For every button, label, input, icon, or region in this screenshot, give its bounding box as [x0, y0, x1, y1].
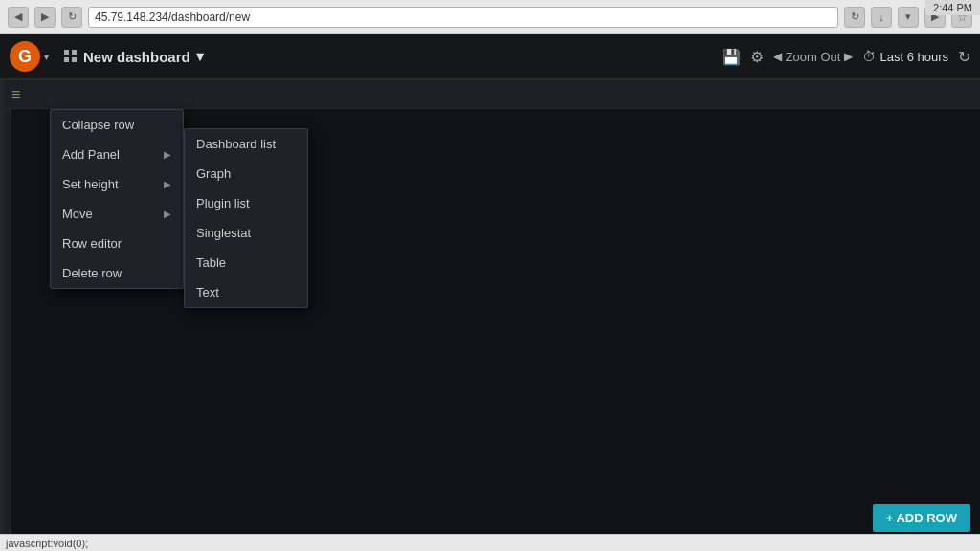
- time-range-label: Last 6 hours: [880, 50, 948, 64]
- menu-item-collapse-row[interactable]: Collapse row: [51, 110, 183, 140]
- refresh-button[interactable]: ↻: [958, 48, 970, 66]
- row-editor-label: Row editor: [62, 236, 122, 251]
- zoom-controls: ◀ Zoom Out ▶: [773, 50, 854, 64]
- add-row-button[interactable]: + ADD ROW: [873, 504, 970, 532]
- row-header: ≡: [4, 80, 980, 109]
- secondary-context-menu: Dashboard list Graph Plugin list Singles…: [184, 128, 308, 308]
- set-height-chevron: ▶: [164, 179, 171, 189]
- save-icon[interactable]: 💾: [722, 48, 741, 66]
- settings-icon[interactable]: ⚙: [750, 48, 764, 66]
- forward-button[interactable]: ▶: [34, 7, 56, 28]
- menu-item-row-editor[interactable]: Row editor: [51, 229, 183, 258]
- status-bar: javascript:void(0);: [0, 534, 980, 551]
- zoom-out-label[interactable]: Zoom Out: [786, 50, 841, 64]
- url-text: 45.79.148.234/dashboard/new: [95, 11, 250, 24]
- menu-item-delete-row[interactable]: Delete row: [51, 258, 183, 288]
- url-bar[interactable]: 45.79.148.234/dashboard/new: [88, 7, 838, 28]
- zoom-left-arrow[interactable]: ◀: [773, 50, 782, 63]
- left-sidebar: [4, 109, 11, 551]
- topbar: G ▾ New dashboard ▾ 💾 ⚙ ◀ Zoom Out ▶ ⏱ L…: [0, 34, 980, 80]
- submenu-item-graph[interactable]: Graph: [185, 159, 307, 188]
- download-icon[interactable]: ↓: [871, 7, 892, 28]
- submenu-item-plugin-list[interactable]: Plugin list: [185, 188, 307, 218]
- graph-label: Graph: [196, 166, 231, 181]
- submenu-item-dashboard-list[interactable]: Dashboard list: [185, 129, 307, 159]
- dashboard-title-button[interactable]: New dashboard ▾: [64, 48, 204, 65]
- menu-item-move[interactable]: Move ▶: [51, 199, 183, 229]
- add-panel-label: Add Panel: [62, 147, 120, 162]
- set-height-label: Set height: [62, 177, 119, 191]
- add-panel-chevron: ▶: [164, 149, 171, 160]
- dashboard-dropdown-icon: ▾: [196, 48, 204, 65]
- status-text: javascript:void(0);: [6, 538, 88, 549]
- logo-dropdown-icon[interactable]: ▾: [44, 52, 49, 62]
- text-label: Text: [196, 285, 219, 299]
- browser-chrome: ◀ ▶ ↻ 45.79.148.234/dashboard/new ↻ ↓ ▾ …: [0, 0, 980, 34]
- clock-icon: ⏱: [862, 49, 876, 64]
- table-label: Table: [196, 255, 226, 270]
- refresh-icon[interactable]: ↻: [844, 7, 865, 28]
- menu-item-add-panel[interactable]: Add Panel ▶: [51, 140, 183, 169]
- browser-time: 2:44 PM: [925, 0, 980, 15]
- move-chevron: ▶: [164, 209, 171, 219]
- topbar-right: 💾 ⚙ ◀ Zoom Out ▶ ⏱ Last 6 hours ↻: [722, 48, 970, 66]
- row-hamburger-icon[interactable]: ≡: [11, 86, 20, 103]
- singlestat-label: Singlestat: [196, 226, 251, 240]
- collapse-row-label: Collapse row: [62, 118, 134, 132]
- back-button[interactable]: ◀: [8, 7, 29, 28]
- grafana-logo[interactable]: G: [10, 41, 40, 72]
- primary-context-menu: Collapse row Add Panel ▶ Set height ▶ Mo…: [50, 109, 184, 289]
- dashboard-title: New dashboard: [83, 49, 190, 65]
- grid-icon: [64, 50, 78, 63]
- plugin-list-label: Plugin list: [196, 196, 250, 210]
- dashboard-list-label: Dashboard list: [196, 137, 276, 151]
- submenu-item-singlestat[interactable]: Singlestat: [185, 218, 307, 248]
- download-dropdown-icon[interactable]: ▾: [898, 7, 919, 28]
- zoom-right-arrow[interactable]: ▶: [844, 50, 853, 63]
- submenu-item-text[interactable]: Text: [185, 277, 307, 307]
- reload-button[interactable]: ↻: [61, 7, 82, 28]
- delete-row-label: Delete row: [62, 266, 122, 280]
- move-label: Move: [62, 207, 93, 221]
- menu-item-set-height[interactable]: Set height ▶: [51, 169, 183, 199]
- main-content: ≡ Collapse row Add Panel ▶ Set height ▶ …: [0, 80, 980, 551]
- submenu-item-table[interactable]: Table: [185, 248, 307, 277]
- logo-text: G: [18, 47, 32, 67]
- time-range[interactable]: ⏱ Last 6 hours: [862, 49, 948, 64]
